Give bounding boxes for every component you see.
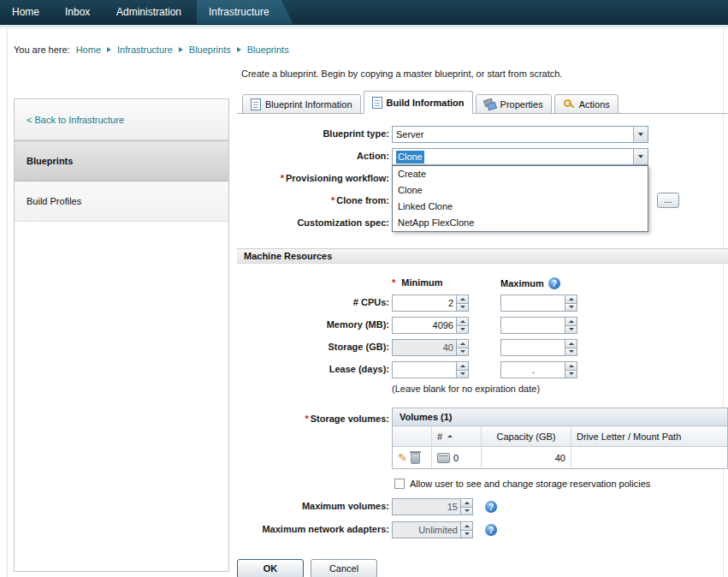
volumes-path-column-header[interactable]: Drive Letter / Mount Path (571, 426, 727, 446)
down-arrow-icon (460, 372, 465, 375)
sidebar-back-link[interactable]: < Back to Infrastructure (15, 99, 228, 140)
action-option-linked-clone[interactable]: Linked Clone (393, 199, 648, 215)
nav-inbox[interactable]: Inbox (65, 0, 90, 24)
tab-actions[interactable]: Actions (554, 94, 619, 114)
clone-from-label: *Clone from: (237, 195, 389, 205)
spin-up-button[interactable] (456, 340, 468, 348)
tab-label: Blueprint Information (265, 99, 352, 110)
clone-from-browse-button[interactable]: ... (657, 193, 679, 208)
sidebar-item-blueprints[interactable]: Blueprints (15, 140, 228, 181)
breadcrumb-current: Blueprints (247, 45, 289, 55)
action-option-clone[interactable]: Clone (393, 182, 648, 199)
breadcrumb-home[interactable]: Home (76, 45, 101, 55)
down-arrow-icon (569, 372, 574, 375)
spin-down-button[interactable] (456, 303, 468, 312)
label-text: Lease (days): (329, 364, 389, 374)
maximum-volumes-spinner (460, 499, 472, 515)
volume-number: 0 (453, 453, 459, 463)
help-icon[interactable]: ? (485, 524, 497, 536)
blueprint-information-icon (251, 98, 261, 110)
section-title: Machine Resources (244, 251, 332, 261)
dropdown-arrow-button[interactable] (633, 127, 648, 142)
tab-properties[interactable]: Properties (476, 94, 552, 114)
cpus-max-spinner (565, 295, 577, 311)
label-text: Maximum volumes: (302, 501, 389, 511)
required-marker: * (392, 277, 395, 288)
delete-trash-icon[interactable] (411, 453, 420, 464)
memory-min-spinner (456, 318, 468, 333)
label-text: Capacity (GB) (496, 431, 555, 442)
action-select[interactable]: Clone (392, 148, 648, 165)
nav-home[interactable]: Home (12, 0, 39, 24)
action-option-netapp-flexclone[interactable]: NetApp FlexClone (393, 215, 648, 231)
disk-icon (437, 453, 450, 463)
spin-down-button[interactable] (565, 303, 577, 312)
label-text: # (437, 431, 442, 442)
label-text: Storage volumes: (311, 413, 389, 424)
volumes-capacity-column-header[interactable]: Capacity (GB) (482, 426, 571, 446)
volumes-number-column-header[interactable]: # (432, 426, 482, 446)
action-dropdown-list: Create Clone Linked Clone NetApp FlexClo… (392, 165, 648, 232)
help-icon[interactable]: ? (485, 501, 497, 513)
ok-button[interactable]: OK (237, 559, 304, 577)
volumes-panel: Volumes (1) # Capacity (GB) Drive Letter… (392, 407, 728, 469)
up-arrow-icon (460, 365, 465, 367)
down-arrow-icon (460, 328, 465, 330)
help-icon[interactable]: ? (548, 277, 560, 289)
spin-down-button[interactable] (460, 530, 472, 538)
spin-down-button[interactable] (565, 348, 577, 356)
required-marker: * (331, 195, 334, 205)
spin-down-button[interactable] (565, 370, 577, 378)
sort-ascending-icon (447, 435, 453, 437)
spin-up-button[interactable] (456, 318, 468, 325)
lease-label: Lease (days): (237, 364, 389, 374)
down-arrow-icon (460, 350, 465, 353)
spin-down-button[interactable] (456, 370, 468, 378)
spin-up-button[interactable] (456, 362, 468, 370)
spin-up-button[interactable] (565, 295, 577, 303)
spin-up-button[interactable] (460, 499, 472, 507)
spin-up-button[interactable] (460, 522, 472, 530)
label-text: # CPUs: (353, 297, 389, 307)
volume-path-cell (571, 447, 727, 468)
required-marker: * (281, 173, 284, 183)
breadcrumb-infrastructure[interactable]: Infrastructure (117, 45, 173, 55)
down-arrow-icon (569, 328, 574, 330)
volume-number-cell: 0 (432, 447, 482, 468)
spin-down-button[interactable] (460, 507, 472, 515)
edit-pencil-icon[interactable]: ✎ (398, 452, 407, 463)
breadcrumb-blueprints[interactable]: Blueprints (189, 45, 231, 55)
spin-up-button[interactable] (565, 362, 577, 370)
cancel-button[interactable]: Cancel (311, 559, 377, 577)
dropdown-arrow-button[interactable] (633, 149, 648, 164)
machine-resources-header: Machine Resources (237, 248, 728, 264)
chevron-down-icon (638, 155, 643, 158)
volume-capacity: 40 (555, 453, 565, 463)
main-content: Blueprint Information Build Information … (237, 91, 728, 577)
up-arrow-icon (460, 342, 465, 345)
spin-down-button[interactable] (456, 325, 468, 334)
blueprint-type-select[interactable]: Server (392, 126, 648, 143)
label-text: Clone from: (336, 195, 389, 205)
sidebar-item-build-profiles[interactable]: Build Profiles (15, 181, 228, 222)
customization-spec-label: Customization spec: (237, 217, 389, 228)
storage-policy-checkbox[interactable] (394, 479, 405, 489)
spin-down-button[interactable] (456, 348, 468, 356)
provisioning-workflow-label: *Provisioning workflow: (237, 173, 389, 183)
nav-administration[interactable]: Administration (116, 0, 181, 24)
top-navigation: Home Inbox Administration Infrastructure (0, 0, 728, 25)
up-arrow-icon (460, 320, 465, 323)
spin-down-button[interactable] (565, 325, 577, 334)
spin-up-button[interactable] (565, 340, 577, 348)
action-option-create[interactable]: Create (393, 166, 648, 182)
tab-build-information[interactable]: Build Information (364, 91, 473, 114)
spin-up-button[interactable] (565, 318, 577, 325)
nav-infrastructure[interactable]: Infrastructure (197, 0, 293, 24)
maximum-network-adapters-spinner (460, 522, 472, 538)
tab-blueprint-information[interactable]: Blueprint Information (242, 94, 361, 114)
label-text: Maximum (500, 278, 544, 288)
spin-up-button[interactable] (456, 295, 468, 303)
lease-max-spinner (565, 362, 577, 378)
label-text: Maximum network adapters: (262, 524, 389, 534)
storage-max-field (500, 339, 577, 356)
